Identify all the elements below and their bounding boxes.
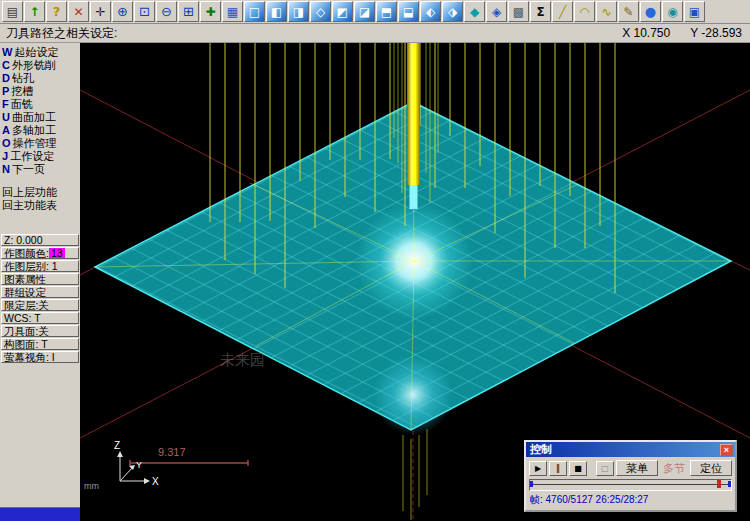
- axis-z-label: Z: [114, 440, 120, 451]
- gview-iso-icon[interactable]: ◇: [310, 1, 331, 22]
- step-button[interactable]: □: [596, 461, 614, 476]
- ruler-value-label: 9.317: [158, 446, 186, 458]
- prompt-text: 刀具路径之相关设定:: [6, 25, 117, 42]
- toolbar: ▤ ↑ ? ✕ ✛ ⊕ ⊡ ⊖ ⊞ ✚ ▦ □: [0, 0, 750, 24]
- stop-icon: ■: [574, 464, 582, 473]
- cutting-tool: [407, 43, 420, 209]
- cplane-iso-icon[interactable]: ⬗: [442, 1, 463, 22]
- status-cplane[interactable]: 构图面: T: [1, 338, 79, 350]
- status-button-group: Z: 0.000 作图颜色:13 作图层别: 1 图素属性 群组设定 限定层:关…: [0, 234, 80, 363]
- grid-icon[interactable]: ▩: [508, 1, 529, 22]
- back-icon[interactable]: ↑: [24, 1, 45, 22]
- zoom-out-icon[interactable]: ⊖: [156, 1, 177, 22]
- menu-item-operations[interactable]: O操作管理: [0, 137, 80, 150]
- menu-item-pocket[interactable]: P挖槽: [0, 85, 80, 98]
- status-limit-layer[interactable]: 限定层:关: [1, 299, 79, 311]
- coord-x-value: X 10.750: [622, 26, 670, 40]
- cplane-side-icon[interactable]: ⬖: [420, 1, 441, 22]
- gview-side-icon[interactable]: ◨: [288, 1, 309, 22]
- pan-icon[interactable]: ✚: [200, 1, 221, 22]
- sidebar-menu: W起始设定 C外形铣削 D钻孔 P挖槽 F面铣 U曲面加工 A多轴加工 O操作: [0, 43, 80, 521]
- print-icon[interactable]: ▤: [2, 1, 23, 22]
- control-panel-title: 控制: [530, 442, 552, 457]
- progress-slider[interactable]: [529, 479, 732, 491]
- solid-icon[interactable]: ▣: [684, 1, 705, 22]
- gview-top-icon[interactable]: □: [244, 1, 265, 22]
- slider-start-mark: [530, 481, 533, 487]
- arc-icon[interactable]: ◠: [574, 1, 595, 22]
- repaint-icon[interactable]: ▦: [222, 1, 243, 22]
- menu-item-multiaxis[interactable]: A多轴加工: [0, 124, 80, 137]
- menu-item-next-page[interactable]: N下一页: [0, 163, 80, 176]
- graphics-viewport[interactable]: 9.317 Z Y X 未来园 mm 控制 ×: [80, 43, 750, 521]
- coordinate-readout: X 10.750 Y -28.593: [622, 26, 742, 40]
- cplane-front-icon[interactable]: ⬓: [398, 1, 419, 22]
- coord-y-value: Y -28.593: [690, 26, 742, 40]
- cplane-top-icon[interactable]: ⬒: [376, 1, 397, 22]
- close-icon[interactable]: ×: [720, 444, 733, 456]
- draw-color-label: 作图颜色:: [4, 247, 49, 259]
- spline-icon[interactable]: ∿: [596, 1, 617, 22]
- menu-button[interactable]: 菜单: [616, 460, 658, 476]
- menu-item-back-level[interactable]: 回上层功能: [0, 186, 80, 199]
- zoom-window-icon[interactable]: ⊡: [134, 1, 155, 22]
- pointer-icon[interactable]: ✛: [90, 1, 111, 22]
- shade-icon[interactable]: ◆: [464, 1, 485, 22]
- zoom-fit-icon[interactable]: ⊞: [178, 1, 199, 22]
- stats-icon[interactable]: Σ: [530, 1, 551, 22]
- gview-back-icon[interactable]: ◩: [332, 1, 353, 22]
- help-icon[interactable]: ?: [46, 1, 67, 22]
- menu-item-main-menu[interactable]: 回主功能表: [0, 199, 80, 212]
- control-panel: 控制 × ▶ ‖ ■ □ 菜单 多节 定位: [524, 440, 737, 512]
- menu-item-face-mill[interactable]: F面铣: [0, 98, 80, 111]
- gview-bottom-icon[interactable]: ◪: [354, 1, 375, 22]
- status-wcs[interactable]: WCS: T: [1, 312, 79, 324]
- status-layer[interactable]: 作图层别: 1: [1, 260, 79, 272]
- step-mode-label: 多节: [663, 461, 685, 476]
- zoom-in-icon[interactable]: ⊕: [112, 1, 133, 22]
- step-icon: □: [601, 464, 609, 473]
- delete-icon[interactable]: ✕: [68, 1, 89, 22]
- play-icon: ▶: [535, 464, 541, 473]
- status-draw-color[interactable]: 作图颜色:13: [1, 247, 79, 259]
- prompt-bar: 刀具路径之相关设定: X 10.750 Y -28.593: [0, 24, 750, 43]
- axis-y-label: Y: [136, 460, 142, 470]
- slider-thumb[interactable]: [717, 480, 721, 488]
- playback-button-row: ▶ ‖ ■ □ 菜单 多节 定位: [526, 457, 735, 477]
- taskbar-fragment: [0, 507, 80, 521]
- status-tool-plane[interactable]: 刀具面:关: [1, 325, 79, 337]
- main-menu-group: W起始设定 C外形铣削 D钻孔 P挖槽 F面铣 U曲面加工 A多轴加工 O操作: [0, 46, 80, 176]
- slider-end-mark: [728, 481, 731, 487]
- menu-item-drill[interactable]: D钻孔: [0, 72, 80, 85]
- slider-groove: [532, 484, 729, 485]
- pencil-icon[interactable]: ✎: [618, 1, 639, 22]
- menu-item-surface-machining[interactable]: U曲面加工: [0, 111, 80, 124]
- pause-icon: ‖: [556, 464, 560, 473]
- axis-x-label: X: [152, 476, 159, 487]
- status-z-depth[interactable]: Z: 0.000: [1, 234, 79, 246]
- playback-status: 帧: 4760/5127 26:25/28:27: [526, 492, 735, 510]
- stop-button[interactable]: ■: [569, 461, 587, 476]
- status-attributes[interactable]: 图素属性: [1, 273, 79, 285]
- play-button[interactable]: ▶: [529, 461, 547, 476]
- menu-item-job-setup[interactable]: J工作设定: [0, 150, 80, 163]
- gview-front-icon[interactable]: ◧: [266, 1, 287, 22]
- scale-ruler: 9.317: [130, 446, 248, 466]
- menu-item-start-settings[interactable]: W起始设定: [0, 46, 80, 59]
- surface-icon[interactable]: ◉: [662, 1, 683, 22]
- sphere-icon[interactable]: ●: [640, 1, 661, 22]
- pause-button[interactable]: ‖: [549, 461, 567, 476]
- draw-color-swatch: 13: [49, 248, 65, 258]
- watermark: 未来园: [220, 351, 265, 368]
- locate-button[interactable]: 定位: [690, 460, 732, 476]
- cad-cam-window: ▤ ↑ ? ✕ ✛ ⊕ ⊡ ⊖ ⊞ ✚ ▦ □: [0, 0, 750, 521]
- status-groups[interactable]: 群组设定: [1, 286, 79, 298]
- menu-item-contour[interactable]: C外形铣削: [0, 59, 80, 72]
- status-gview[interactable]: 萤幕视角: I: [1, 351, 79, 363]
- unit-label: mm: [84, 481, 99, 491]
- nav-menu-group: 回上层功能 回主功能表: [0, 186, 80, 212]
- wireframe-icon[interactable]: ◈: [486, 1, 507, 22]
- control-panel-titlebar[interactable]: 控制 ×: [526, 442, 735, 457]
- line-icon[interactable]: ╱: [552, 1, 573, 22]
